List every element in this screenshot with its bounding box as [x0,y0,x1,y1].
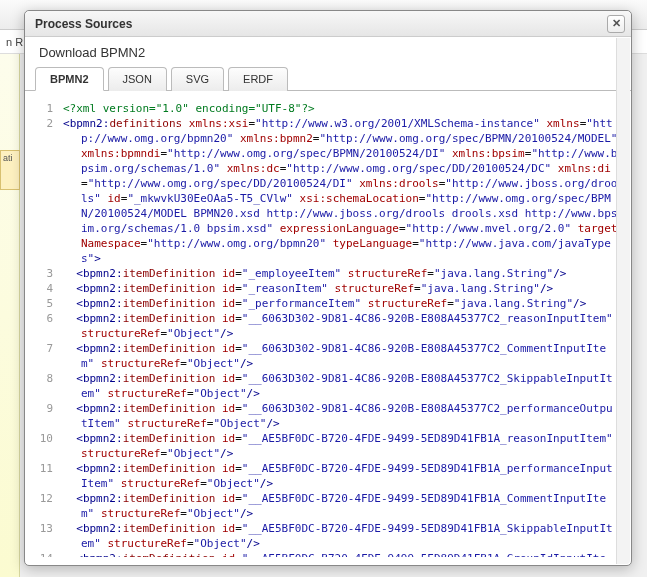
line-number: 6 [33,311,53,341]
code-line: <bpmn2:itemDefinition id="_employeeItem"… [63,266,619,281]
code-line: <bpmn2:itemDefinition id="__AE5BF0DC-B72… [63,461,619,491]
line-number: 4 [33,281,53,296]
code-line: <bpmn2:itemDefinition id="__6063D302-9D8… [63,371,619,401]
bg-row-text: n R [6,36,23,48]
process-sources-modal: Process Sources ✕ Download BPMN2 BPMN2JS… [24,10,632,566]
line-number: 13 [33,521,53,551]
code-line: <bpmn2:itemDefinition id="__AE5BF0DC-B72… [63,521,619,551]
tab-bar: BPMN2JSONSVGERDF [25,66,631,91]
line-number: 12 [33,491,53,521]
background-side-strip [0,54,20,577]
code-line: <bpmn2:itemDefinition id="__AE5BF0DC-B72… [63,551,619,557]
line-number: 3 [33,266,53,281]
tab-erdf[interactable]: ERDF [228,67,288,91]
code-line: <bpmn2:itemDefinition id="_reasonItem" s… [63,281,619,296]
vertical-scrollbar[interactable] [616,38,630,564]
code-line: <bpmn2:definitions xmlns:xsi="http://www… [63,116,619,266]
code-line: <bpmn2:itemDefinition id="__AE5BF0DC-B72… [63,431,619,461]
tab-bpmn2[interactable]: BPMN2 [35,67,104,91]
code-line: <bpmn2:itemDefinition id="_performanceIt… [63,296,619,311]
code-line: <bpmn2:itemDefinition id="__6063D302-9D8… [63,401,619,431]
code-line: <bpmn2:itemDefinition id="__6063D302-9D8… [63,341,619,371]
tab-json[interactable]: JSON [108,67,167,91]
line-number: 2 [33,116,53,266]
code-line: <bpmn2:itemDefinition id="__AE5BF0DC-B72… [63,491,619,521]
line-number: 9 [33,401,53,431]
modal-subheader: Download BPMN2 [25,37,631,66]
line-number: 11 [33,461,53,491]
code-line: <bpmn2:itemDefinition id="__6063D302-9D8… [63,311,619,341]
tab-svg[interactable]: SVG [171,67,224,91]
line-number: 8 [33,371,53,401]
modal-titlebar: Process Sources ✕ [25,11,631,37]
close-button[interactable]: ✕ [607,15,625,33]
code-line: <?xml version="1.0" encoding="UTF-8"?> [63,101,619,116]
background-side-tag: ati [0,150,20,190]
modal-title: Process Sources [35,17,132,31]
close-icon: ✕ [612,17,621,30]
line-number: 5 [33,296,53,311]
code-area: 12345678910111213141516171819 <?xml vers… [33,97,623,557]
code-content[interactable]: <?xml version="1.0" encoding="UTF-8"?><b… [59,97,623,557]
line-number: 14 [33,551,53,557]
line-number: 1 [33,101,53,116]
line-gutter: 12345678910111213141516171819 [33,97,59,557]
line-number: 10 [33,431,53,461]
line-number: 7 [33,341,53,371]
